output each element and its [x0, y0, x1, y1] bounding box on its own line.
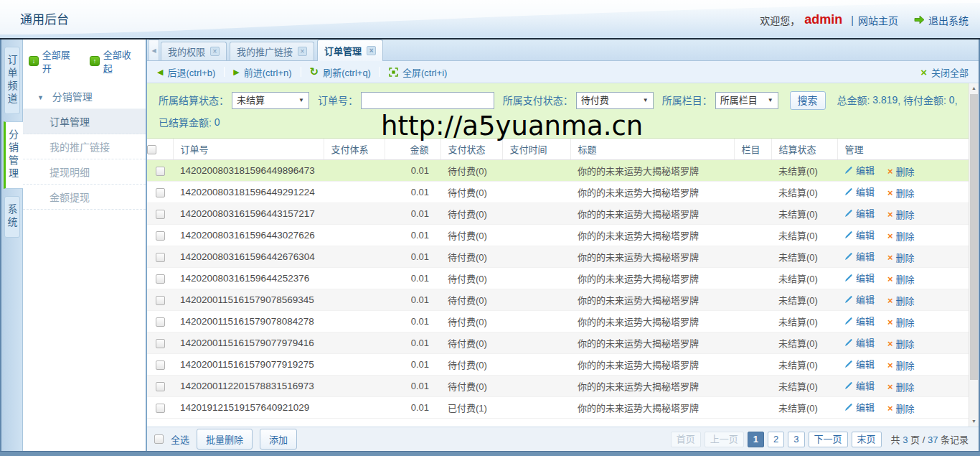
row-checkbox[interactable] [156, 296, 165, 305]
tree-group-distribution[interactable]: ▼ 分销管理 [23, 84, 146, 108]
pay-system [324, 203, 385, 225]
pay-time [502, 225, 570, 246]
delete-link[interactable]: ×删除 [887, 164, 915, 178]
scrollbar-up-icon[interactable]: ▲ [969, 83, 979, 93]
row-checkbox[interactable] [156, 339, 165, 348]
row-checkbox[interactable] [156, 404, 165, 413]
tab-my-promo-links[interactable]: 我的推广链接 × [230, 42, 314, 60]
delete-link[interactable]: ×删除 [887, 272, 915, 286]
pagination-last-button[interactable]: 末页 [852, 432, 882, 447]
tab-my-permissions[interactable]: 我的权限 × [161, 42, 227, 60]
edit-link[interactable]: 编辑 [844, 400, 875, 414]
row-checkbox[interactable] [156, 253, 165, 262]
refresh-button[interactable]: ↻ 刷新(ctrl+q) [310, 65, 371, 79]
watermark-text: http://a5yuanma.cn [381, 111, 643, 141]
back-arrow-icon: ◀ [157, 68, 163, 77]
delete-link[interactable]: ×删除 [887, 380, 915, 394]
delete-link[interactable]: ×删除 [887, 251, 915, 264]
scrollbar-down-icon[interactable]: ▼ [969, 417, 979, 427]
row-checkbox[interactable] [156, 167, 165, 176]
pay-status: 已付费(1) [440, 397, 502, 419]
manage-cell: 编辑×删除 [837, 246, 969, 268]
logout-link[interactable]: 退出系统 [914, 13, 969, 27]
row-checkbox[interactable] [156, 274, 165, 284]
tab-order-management[interactable]: 订单管理 × [317, 39, 383, 61]
sidebar-item-order-management[interactable]: 订单管理 [23, 108, 146, 134]
table-row: 142020080316159644252376 0.01 待付费(0) 你的的… [147, 268, 969, 289]
amount: 0.01 [385, 397, 440, 419]
scrollbar-thumb[interactable] [970, 94, 978, 380]
column-filter-select[interactable]: 所属栏目▼ [715, 92, 778, 109]
settle-status: 未结算(0) [771, 225, 837, 246]
pagination-page-1[interactable]: 1 [748, 432, 764, 447]
delete-link[interactable]: ×删除 [887, 401, 915, 415]
collapse-all-button[interactable]: ↑ 全部收起 [90, 47, 140, 75]
settle-status: 未结算(0) [771, 160, 837, 182]
edit-link[interactable]: 编辑 [844, 314, 875, 327]
back-button[interactable]: ◀ 后退(ctrl+b) [157, 65, 215, 79]
pay-system [324, 354, 385, 376]
fullscreen-button[interactable]: 全屏(ctrl+i) [389, 65, 447, 79]
row-checkbox[interactable] [156, 382, 165, 391]
close-tab-icon[interactable]: × [367, 46, 376, 55]
channel-tab-order[interactable]: 订单频道 [4, 47, 20, 114]
edit-link[interactable]: 编辑 [844, 357, 875, 371]
edit-link[interactable]: 编辑 [844, 271, 875, 284]
summary-pending-value: 0 [949, 94, 955, 106]
channel-tab-distribution[interactable]: 分销管理 [4, 121, 23, 189]
delete-link[interactable]: ×删除 [887, 208, 915, 221]
site-home-link[interactable]: 网站主页 [858, 13, 898, 27]
order-no: 1420200115161579077979416 [173, 332, 324, 354]
edit-link[interactable]: 编辑 [844, 378, 875, 392]
pagination-page-2[interactable]: 2 [768, 432, 784, 447]
close-tab-icon[interactable]: × [298, 47, 307, 56]
pay-time [502, 289, 570, 311]
pay-time [502, 354, 570, 376]
search-button[interactable]: 搜索 [790, 91, 826, 110]
forward-button[interactable]: ▶ 前进(ctrl+n) [233, 65, 291, 79]
pay-status-select[interactable]: 待付费▼ [576, 92, 654, 109]
select-all-checkbox[interactable] [154, 434, 164, 444]
delete-link[interactable]: ×删除 [887, 229, 915, 243]
close-tab-icon[interactable]: × [210, 47, 220, 56]
channel-tab-system[interactable]: 系统 [4, 196, 20, 238]
row-checkbox[interactable] [156, 188, 165, 197]
batch-delete-button[interactable]: 批量删除 [197, 429, 253, 450]
col-settle-status: 结算状态 [771, 139, 837, 160]
manage-cell: 编辑×删除 [837, 160, 969, 182]
close-all-button[interactable]: × 关闭全部 [920, 65, 969, 79]
row-checkbox[interactable] [156, 360, 165, 370]
settle-status-select[interactable]: 未结算▼ [232, 92, 309, 109]
edit-link[interactable]: 编辑 [844, 249, 875, 263]
sidebar-item-withdraw-detail[interactable]: 提现明细 [23, 159, 146, 185]
header-checkbox[interactable] [147, 145, 156, 154]
edit-link[interactable]: 编辑 [844, 206, 875, 220]
pay-status: 待付费(0) [440, 225, 502, 246]
edit-link[interactable]: 编辑 [844, 335, 875, 349]
sidebar-item-promo-links[interactable]: 我的推广链接 [23, 134, 146, 159]
delete-link[interactable]: ×删除 [887, 358, 915, 372]
delete-link[interactable]: ×删除 [887, 294, 915, 307]
pagination-next-button[interactable]: 下一页 [809, 432, 848, 447]
order-no-input[interactable] [361, 92, 494, 109]
edit-link[interactable]: 编辑 [844, 292, 875, 306]
pagination-page-3[interactable]: 3 [788, 432, 804, 447]
row-checkbox[interactable] [156, 231, 165, 241]
row-checkbox[interactable] [156, 317, 165, 327]
edit-link[interactable]: 编辑 [844, 228, 875, 241]
row-checkbox[interactable] [156, 210, 165, 219]
expand-all-button[interactable]: ↓ 全部展开 [29, 47, 79, 75]
delete-link[interactable]: ×删除 [887, 186, 915, 200]
order-title: 你的的未来运势大揭秘塔罗牌 [570, 160, 734, 182]
table-row: 1420200115161579078569345 0.01 待付费(0) 你的… [147, 289, 969, 311]
sidebar-item-amount-withdraw[interactable]: 金额提现 [23, 185, 146, 210]
vertical-scrollbar[interactable]: ▲ ▼ [969, 83, 979, 427]
delete-link[interactable]: ×删除 [887, 337, 915, 350]
channel-tab-strip: 订单频道 分销管理 系统 [1, 39, 23, 451]
add-button[interactable]: 添加 [260, 429, 297, 450]
edit-link[interactable]: 编辑 [844, 163, 875, 177]
edit-link[interactable]: 编辑 [844, 185, 875, 198]
delete-link[interactable]: ×删除 [887, 315, 915, 329]
tab-scroll-left-button[interactable]: ◀ [149, 39, 159, 60]
order-no: 1420200115161579078569345 [173, 289, 324, 311]
